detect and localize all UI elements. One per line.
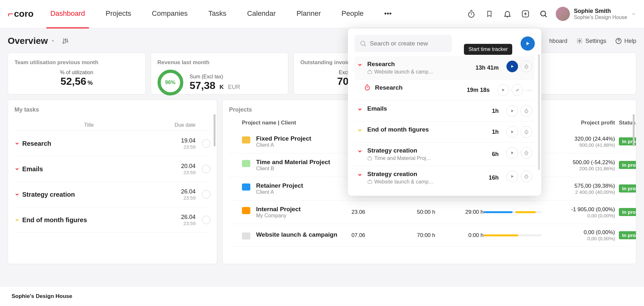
nav-links: Dashboard Projects Companies Tasks Calen… bbox=[46, 0, 467, 28]
kpi-revenue[interactable]: Revenue last month 96% Sum (Excl tax) 57… bbox=[151, 53, 289, 94]
dd-subtitle: Website launch & camp… bbox=[367, 69, 471, 75]
chevron-down-icon bbox=[357, 127, 363, 133]
status-badge: In progress bbox=[619, 161, 636, 169]
folder-icon bbox=[242, 183, 250, 191]
filter-icon[interactable] bbox=[62, 37, 69, 45]
svg-point-2 bbox=[541, 11, 546, 16]
dd-time: 16h bbox=[489, 174, 499, 181]
tracker-item[interactable]: Research 19m 18s ⋯ bbox=[354, 80, 535, 101]
nav-dashboard[interactable]: Dashboard bbox=[46, 0, 89, 28]
scrollbar[interactable] bbox=[538, 54, 540, 170]
logo[interactable]: ⌐coro bbox=[8, 8, 34, 19]
scrollbar[interactable] bbox=[214, 114, 216, 146]
play-main-button[interactable] bbox=[521, 36, 535, 51]
scrollbar[interactable] bbox=[633, 114, 635, 146]
project-client: Client A bbox=[256, 189, 303, 195]
user-company: Sophie's Design House bbox=[574, 15, 627, 20]
play-button[interactable] bbox=[506, 105, 518, 117]
play-button[interactable] bbox=[497, 84, 509, 96]
folder-icon bbox=[242, 232, 250, 240]
complete-button[interactable] bbox=[202, 139, 210, 148]
progress-bar bbox=[484, 211, 554, 213]
subnav-dashboard[interactable]: hboard bbox=[549, 38, 567, 44]
task-row[interactable]: Emails 20.0423:59 bbox=[14, 156, 210, 182]
dd-time: 13h 41m bbox=[476, 64, 499, 71]
tracker-item[interactable]: Emails 1h bbox=[354, 101, 535, 122]
nav-planner[interactable]: Planner bbox=[293, 0, 325, 28]
dd-title: Research bbox=[367, 61, 471, 68]
task-row[interactable]: End of month figures 26.0423:59 bbox=[14, 207, 210, 233]
task-row[interactable]: Strategy creation 26.0423:59 bbox=[14, 182, 210, 207]
play-button[interactable] bbox=[506, 147, 518, 159]
dd-title: Emails bbox=[367, 105, 487, 112]
donut-chart: 96% bbox=[158, 70, 183, 95]
avatar bbox=[556, 7, 570, 21]
subheader: Overview hboard Settings Help bbox=[0, 28, 644, 50]
search-icon bbox=[360, 40, 367, 47]
panel-tasks: My tasks Title Due date Research 19.0423… bbox=[8, 100, 217, 264]
stopwatch-button[interactable] bbox=[521, 126, 532, 138]
col-due: Due date bbox=[163, 122, 196, 128]
bell-icon[interactable] bbox=[503, 9, 512, 18]
folder-icon bbox=[242, 160, 250, 167]
kpi-label: Sum (Excl tax) bbox=[190, 74, 240, 80]
project-profit: 575,00 (39,38%)2 400,00 (40,00%) bbox=[554, 183, 619, 195]
dd-time: 6h bbox=[492, 151, 499, 158]
task-title: Emails bbox=[22, 165, 163, 173]
complete-button[interactable] bbox=[202, 190, 210, 199]
tracker-item[interactable]: Strategy creationWebsite launch & camp… … bbox=[354, 166, 535, 189]
project-est: 70:00 h bbox=[387, 232, 435, 239]
tracker-item[interactable]: Start time tracker ResearchWebsite launc… bbox=[354, 56, 535, 80]
stopwatch-button[interactable] bbox=[521, 61, 532, 72]
project-name: Internal Project bbox=[256, 206, 301, 213]
project-client: Client B bbox=[256, 166, 330, 172]
stopwatch-button[interactable] bbox=[521, 171, 532, 182]
stopwatch-button[interactable] bbox=[521, 147, 532, 159]
subnav-help[interactable]: Help bbox=[615, 38, 636, 44]
complete-button[interactable] bbox=[202, 216, 210, 224]
add-icon[interactable] bbox=[521, 9, 530, 18]
project-row[interactable]: Internal Project My Company 23.06 50:00 … bbox=[229, 201, 630, 224]
tracker-item[interactable]: End of month figures 1h bbox=[354, 122, 535, 143]
project-profit: 500,00 (-54,22%)200,00 (31,86%) bbox=[554, 159, 619, 171]
nav-calendar[interactable]: Calendar bbox=[243, 0, 280, 28]
nav-more[interactable]: ••• bbox=[380, 0, 396, 28]
user-menu[interactable]: Sophie Smith Sophie's Design House bbox=[556, 7, 636, 21]
task-row[interactable]: Research 19.0423:59 bbox=[14, 131, 210, 156]
subnav-settings[interactable]: Settings bbox=[576, 38, 606, 44]
kpi-label: % of utilization bbox=[14, 70, 139, 75]
nav-projects[interactable]: Projects bbox=[102, 0, 135, 28]
chevron-down-icon bbox=[357, 148, 363, 154]
kpi-title: Team utilisation previous month bbox=[14, 59, 139, 66]
search-input[interactable] bbox=[354, 35, 452, 52]
footer: Sophie's Design House bbox=[0, 286, 644, 306]
check-button[interactable] bbox=[512, 84, 523, 96]
gear-icon bbox=[576, 38, 583, 44]
stopwatch-button[interactable] bbox=[521, 105, 532, 117]
kpi-utilisation[interactable]: Team utilisation previous month % of uti… bbox=[8, 53, 146, 94]
status-badge: In progress bbox=[619, 208, 636, 216]
chevron-down-icon bbox=[357, 62, 363, 68]
complete-button[interactable] bbox=[202, 165, 210, 173]
tracker-item[interactable]: Strategy creationTime and Material Proj…… bbox=[354, 143, 535, 166]
bookmark-icon[interactable] bbox=[485, 9, 494, 18]
caret-down-icon bbox=[51, 39, 55, 43]
kpi-title: Revenue last month bbox=[158, 59, 282, 66]
project-row[interactable]: Website launch & campaign 07.06 70:00 h … bbox=[229, 224, 630, 247]
page-title[interactable]: Overview bbox=[8, 36, 55, 46]
search-icon[interactable] bbox=[539, 9, 548, 18]
nav-people[interactable]: People bbox=[338, 0, 368, 28]
nav-companies[interactable]: Companies bbox=[148, 0, 191, 28]
user-name: Sophie Smith bbox=[574, 8, 627, 15]
project-name: Website launch & campaign bbox=[256, 231, 337, 238]
play-button[interactable] bbox=[506, 171, 518, 182]
svg-rect-16 bbox=[368, 181, 372, 184]
status-badge: In progress bbox=[619, 231, 636, 239]
play-button[interactable] bbox=[506, 61, 518, 72]
more-icon[interactable]: ⋯ bbox=[526, 86, 532, 94]
project-due: 07.06 bbox=[351, 232, 387, 239]
stopwatch-icon[interactable] bbox=[467, 9, 476, 18]
nav-tasks[interactable]: Tasks bbox=[205, 0, 230, 28]
play-button[interactable] bbox=[506, 126, 518, 138]
task-date: 19.0423:59 bbox=[163, 137, 196, 150]
